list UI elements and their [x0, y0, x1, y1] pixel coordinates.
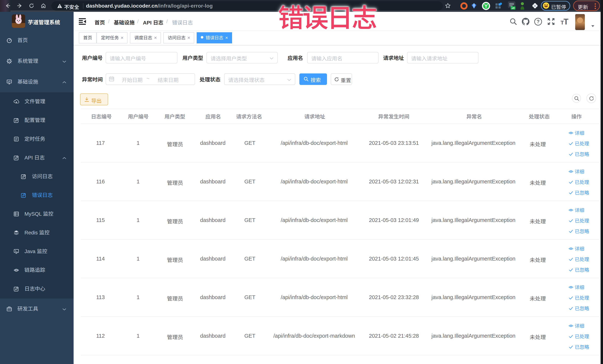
svg-text:?: ?: [537, 19, 540, 24]
svg-text:off: off: [512, 7, 515, 10]
svg-text:T: T: [564, 17, 568, 26]
